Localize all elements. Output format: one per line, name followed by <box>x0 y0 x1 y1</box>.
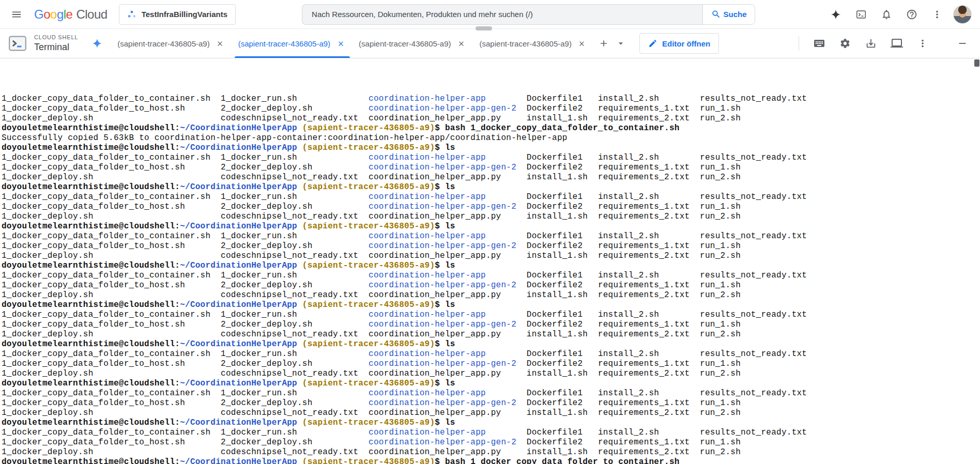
terminal-output[interactable]: 1_docker_copy_data_folder_to_container.s… <box>0 58 980 464</box>
column-gap <box>297 192 369 202</box>
prompt-space <box>297 300 302 310</box>
open-new-window-button[interactable] <box>885 32 909 55</box>
keyboard-button[interactable] <box>807 32 831 55</box>
file-name: install_2.sh <box>598 389 659 398</box>
directory-name: coordination-helper-app-gen-2 <box>369 241 516 251</box>
command-text: ls <box>445 261 455 270</box>
column-gap <box>690 251 700 260</box>
more-options-button[interactable] <box>926 3 948 26</box>
terminal-line: 1_docker_copy_data_folder_to_container.s… <box>2 192 973 202</box>
directory-name: coordination-helper-app-gen-2 <box>369 438 516 447</box>
gemini-terminal-button[interactable] <box>87 34 107 53</box>
terminal-line: 1_docker_copy_data_folder_to_host.sh 2_d… <box>2 320 973 330</box>
command-text: ls <box>445 143 455 152</box>
file-name: 1_docker_run.sh <box>221 153 297 162</box>
directory-name: coordination-helper-app <box>369 153 486 162</box>
search-input[interactable] <box>302 4 702 25</box>
prompt-space <box>297 261 302 270</box>
tab-strip: (sapient-tracer-436805-a9) (sapient-trac… <box>111 29 594 58</box>
shell-tab-3[interactable]: (sapient-tracer-436805-a9) <box>353 29 473 58</box>
prompt-user-host: doyouletmelearnthistime@cloudshell: <box>2 182 180 192</box>
file-name: requirements_1.txt <box>598 241 690 251</box>
file-name: 2_docker_deploy.sh <box>221 104 313 113</box>
file-name: install_1.sh <box>527 173 588 182</box>
main-menu-button[interactable] <box>5 3 28 26</box>
shell-tab-1[interactable]: (sapient-tracer-436805-a9) <box>111 29 232 58</box>
account-button[interactable] <box>951 3 974 26</box>
terminal-line: 1_docker_copy_data_folder_to_container.s… <box>2 94 973 104</box>
tab-close-button[interactable] <box>576 38 588 49</box>
laptop-icon <box>891 37 903 50</box>
pencil-icon <box>648 39 657 48</box>
prompt-path: ~/CoordinationHelperApp <box>180 457 297 464</box>
file-name: coordination_helper_app.py <box>369 114 501 123</box>
file-name: 1_docker_copy_data_folder_to_container.s… <box>2 271 210 280</box>
column-gap <box>313 320 369 329</box>
shell-tab-4[interactable]: (sapient-tracer-436805-a9) <box>473 29 594 58</box>
prompt-space <box>297 339 302 349</box>
column-gap <box>313 104 369 113</box>
terminal-line: 1_docker_copy_data_folder_to_host.sh 2_d… <box>2 241 973 251</box>
terminal-line: 1_docker_copy_data_folder_to_host.sh 2_d… <box>2 163 973 173</box>
logo-letter: g <box>57 7 64 21</box>
download-button[interactable] <box>859 32 883 55</box>
file-name: requirements_1.txt <box>598 104 690 113</box>
panel-resize-handle[interactable] <box>476 26 492 30</box>
prompt-space <box>297 143 302 152</box>
file-name: codeschnipsel_not_ready.txt <box>221 212 358 221</box>
tab-close-button[interactable] <box>335 38 346 49</box>
column-gap <box>690 163 700 172</box>
directory-name: coordination-helper-app <box>369 310 486 319</box>
column-gap <box>297 153 369 162</box>
column-gap <box>486 231 527 241</box>
file-name: 1_docker_copy_data_folder_to_container.s… <box>2 428 210 437</box>
terminal-line: 1_docker_copy_data_folder_to_container.s… <box>2 153 973 163</box>
shell-tab-2[interactable]: (sapient-tracer-436805-a9) <box>232 29 353 58</box>
chevron-down-icon <box>616 38 626 49</box>
notifications-button[interactable] <box>875 3 898 26</box>
tab-close-button[interactable] <box>456 38 467 49</box>
new-tab-button[interactable] <box>594 34 614 53</box>
gemini-button[interactable] <box>824 3 847 26</box>
file-name: 1_docker_deploy.sh <box>2 114 94 123</box>
tab-label: (sapient-tracer-436805-a9) <box>238 39 330 48</box>
search-icon <box>711 9 721 19</box>
file-name: requirements_1.txt <box>598 281 690 290</box>
more-terminal-options-button[interactable] <box>911 32 935 55</box>
prompt-dollar: $ <box>435 123 445 133</box>
file-name: run_2.sh <box>700 212 741 221</box>
column-gap <box>313 163 369 172</box>
file-name: requirements_1.txt <box>598 163 690 172</box>
prompt-user-host: doyouletmelearnthistime@cloudshell: <box>2 300 180 310</box>
file-name: 1_docker_deploy.sh <box>2 369 94 378</box>
terminal-scrollbar-thumb[interactable] <box>974 59 979 67</box>
file-name: 2_docker_deploy.sh <box>221 438 313 447</box>
file-name: install_1.sh <box>527 114 588 123</box>
tab-close-button[interactable] <box>215 38 226 49</box>
file-name: 1_docker_copy_data_folder_to_container.s… <box>2 192 210 202</box>
download-icon <box>865 38 877 49</box>
file-name: install_2.sh <box>598 153 659 162</box>
tab-menu-button[interactable] <box>614 34 628 53</box>
open-editor-button[interactable]: Editor öffnen <box>639 33 719 54</box>
column-gap <box>659 389 700 398</box>
column-gap <box>185 202 221 211</box>
terminal-line: doyouletmelearnthistime@cloudshell:~/Coo… <box>2 143 973 153</box>
search-button[interactable]: Suche <box>702 4 755 25</box>
terminal-settings-button[interactable] <box>833 32 857 55</box>
prompt-path: ~/CoordinationHelperApp <box>180 222 297 231</box>
prompt-dollar: $ <box>435 143 445 152</box>
minimize-button[interactable] <box>951 32 974 55</box>
column-gap <box>690 281 700 290</box>
prompt-dollar: $ <box>435 222 445 231</box>
file-name: 1_docker_copy_data_folder_to_host.sh <box>2 398 185 408</box>
google-cloud-logo[interactable]: Google Cloud <box>34 7 108 22</box>
file-name: Dockerfile1 <box>527 94 583 103</box>
project-selector-button[interactable]: TestInfraBillingVariants <box>119 4 236 25</box>
column-gap <box>210 310 221 319</box>
help-button[interactable] <box>900 3 923 26</box>
column-gap <box>516 359 527 368</box>
prompt-project: (sapient-tracer-436805-a9) <box>302 379 435 388</box>
cloud-shell-activate-button[interactable] <box>850 3 872 26</box>
column-gap <box>313 241 369 251</box>
